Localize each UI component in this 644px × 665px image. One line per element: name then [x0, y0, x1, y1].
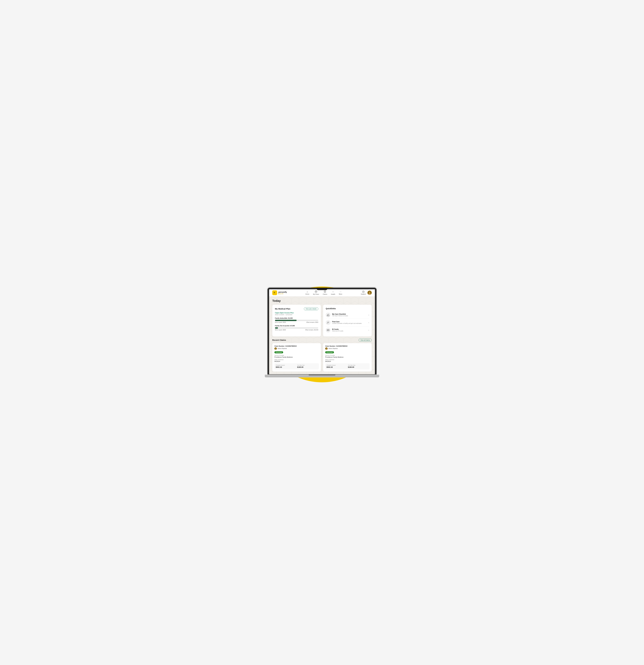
logo-text: -personify HEALTH	[278, 291, 287, 294]
main-grid: My Medical Plan View plan details Cigna …	[272, 305, 372, 337]
nav-item-claims[interactable]: Claims	[323, 290, 327, 295]
id-cards-chevron: ›	[368, 329, 369, 331]
find-care-text: Find Care Locate a provider or facility …	[332, 321, 362, 324]
claims-grid: Claim Number: #1234567890019	[272, 343, 372, 372]
nav-more-label: More	[339, 293, 342, 295]
deductible-remains: What remains: $500	[307, 322, 318, 323]
charged-value-1: $502.32	[276, 366, 296, 368]
laptop: P -personify HEALTH ⌂ Home	[262, 288, 382, 377]
medical-plan-header: My Medical Plan View plan details	[275, 307, 318, 310]
oop-remains: What remains: $6,500	[305, 329, 318, 331]
nav-items: ⌂ Home	[305, 290, 342, 295]
laptop-lid: P -personify HEALTH ⌂ Home	[268, 288, 376, 375]
service-provider-label-1: Service Provider	[274, 355, 319, 356]
svg-rect-10	[327, 315, 329, 316]
deductible-label: Family deductible: $1,000	[275, 317, 318, 319]
laptop-screen: P -personify HEALTH ⌂ Home	[269, 289, 375, 375]
charged-amount-2: Charged Amount $502.32	[327, 364, 347, 368]
service-provider-value-1: Providence Family Medicine	[274, 356, 319, 358]
nav-health-label: Health	[331, 293, 335, 295]
care-checklist-chevron: ›	[368, 314, 369, 316]
care-checklist-sub: You have 5 items to review	[332, 315, 348, 317]
charged-label-1: Charged Amount	[276, 364, 296, 366]
svg-point-6	[363, 292, 364, 292]
care-checklist-text: My Care Checklist You have 5 items to re…	[332, 313, 348, 317]
claims-header: Recent Claims View all claims	[272, 339, 372, 342]
claim-amounts-2: Charged Amount $502.32 You May Owe $180.…	[325, 363, 370, 369]
nav-myplans-label: My Plans	[313, 293, 319, 295]
care-checklist-title: My Care Checklist	[332, 313, 348, 315]
page-title: Today	[272, 299, 372, 303]
claim-avatar-1	[274, 347, 277, 350]
logo-name: -personify	[278, 291, 287, 293]
quicklink-care-left: My Care Checklist You have 5 items to re…	[326, 312, 348, 317]
myplans-icon	[315, 290, 317, 293]
plan-name: Cigna Open Access Plus	[275, 312, 318, 314]
deductible-progress-fill	[275, 320, 297, 321]
oop-spent: We've spent: $500	[275, 329, 286, 331]
claims-icon	[324, 290, 326, 293]
nav-item-myplans[interactable]: My Plans	[313, 290, 319, 295]
claim-person-1: Adison Baptista	[274, 347, 319, 350]
quicklinks-header: Quicklinks	[326, 307, 369, 310]
quicklink-find-care[interactable]: Find Care Locate a provider or facility …	[326, 319, 369, 326]
deductible-spent: We've spent: $500	[275, 322, 286, 323]
claim-person-name-1: Adison Baptista	[278, 348, 287, 349]
view-plan-details-button[interactable]: View plan details	[304, 307, 318, 310]
claim-number-2: Claim Number: #1234567890019	[325, 345, 370, 347]
find-care-icon	[326, 320, 331, 325]
owe-value-2: $180.00	[348, 366, 368, 368]
plan-dates: Active 1/1/2024 – 12/31/2024	[275, 314, 318, 316]
oop-label: Family Out of pocket: $7,000	[275, 325, 318, 326]
quicklink-care-checklist[interactable]: My Care Checklist You have 5 items to re…	[326, 311, 369, 319]
oop-progress-bar	[275, 327, 318, 329]
svg-rect-2	[315, 291, 317, 292]
date-label-2: Date of Service	[325, 359, 370, 360]
oop-progress-fill	[275, 327, 278, 329]
nav-item-home[interactable]: ⌂ Home	[305, 291, 309, 295]
deductible-progress-bar	[275, 320, 318, 321]
avatar[interactable]	[368, 291, 372, 295]
nav-right: Support	[361, 291, 372, 295]
claim-amounts-1: Charged Amount $502.32 You May Owe $180.…	[274, 363, 319, 369]
nav-support[interactable]: Support	[361, 291, 366, 295]
claims-section: Recent Claims View all claims Claim Numb…	[272, 339, 372, 372]
claim-number-1: Claim Number: #1234567890019	[274, 345, 319, 347]
find-care-sub: Locate a provider or facility and get co…	[332, 323, 362, 324]
logo-container: P -personify HEALTH	[272, 290, 287, 295]
date-value-1: 04/20/24	[274, 361, 319, 362]
claim-status-1: Processed	[274, 351, 283, 354]
svg-point-13	[328, 330, 328, 330]
svg-point-15	[275, 348, 276, 349]
laptop-notch	[317, 288, 327, 290]
charged-label-2: Charged Amount	[327, 364, 347, 366]
svg-text:P: P	[274, 292, 275, 294]
quicklinks-title: Quicklinks	[326, 307, 336, 310]
nav-item-more[interactable]: ··· More	[339, 291, 342, 295]
charged-value-2: $502.32	[327, 366, 347, 368]
medical-plan-title: My Medical Plan	[275, 308, 290, 310]
health-icon: ♡	[332, 291, 334, 293]
nav-claims-label: Claims	[323, 293, 327, 295]
care-checklist-icon	[326, 312, 331, 317]
laptop-base	[265, 375, 379, 377]
claims-title: Recent Claims	[272, 339, 286, 341]
deductible-progress-info: We've spent: $500 What remains: $500	[275, 322, 318, 323]
support-icon	[362, 291, 365, 293]
logo-icon: P	[272, 290, 277, 295]
you-may-owe-2: You May Owe $180.00	[348, 364, 368, 368]
id-cards-icon	[326, 328, 331, 332]
home-icon: ⌂	[307, 291, 308, 293]
owe-label-1: You May Owe	[297, 364, 317, 366]
quicklink-id-left: ID Cards View your ID cards	[326, 328, 343, 332]
nav-item-health[interactable]: ♡ Health	[331, 291, 335, 295]
claim-card-2: Claim Number: #1234567890019	[323, 343, 372, 372]
quicklink-find-left: Find Care Locate a provider or facility …	[326, 320, 362, 325]
laptop-hinge	[309, 375, 335, 376]
medical-plan-card: My Medical Plan View plan details Cigna …	[272, 305, 321, 337]
svg-point-9	[368, 293, 371, 295]
claim-card-1: Claim Number: #1234567890019	[272, 343, 321, 372]
quicklink-id-cards[interactable]: ID Cards View your ID cards ›	[326, 326, 369, 334]
view-all-claims-button[interactable]: View all claims	[359, 339, 372, 342]
support-label: Support	[361, 293, 366, 295]
